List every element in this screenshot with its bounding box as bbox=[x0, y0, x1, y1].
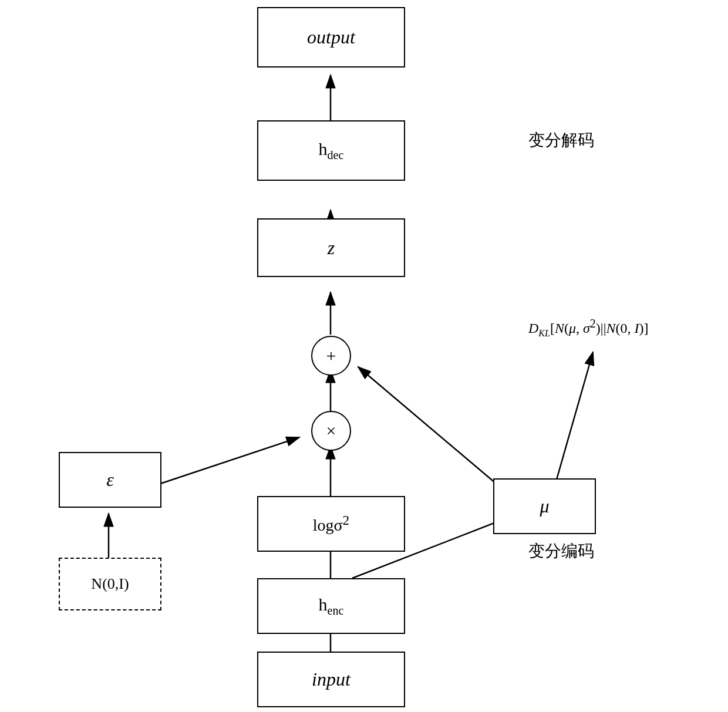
z-label: z bbox=[328, 237, 335, 259]
mu-label: μ bbox=[540, 495, 549, 517]
log-sigma-label: logσ2 bbox=[313, 512, 350, 535]
input-label: input bbox=[312, 669, 350, 690]
mu-node: μ bbox=[493, 478, 596, 534]
svg-line-12 bbox=[552, 352, 593, 496]
n0i-node: N(0,I) bbox=[59, 558, 161, 610]
variational-decoder-label: 变分解码 bbox=[528, 129, 594, 151]
output-node: output bbox=[257, 7, 405, 68]
h-dec-label: hdec bbox=[319, 139, 344, 162]
epsilon-node: ε bbox=[59, 452, 161, 508]
log-sigma-node: logσ2 bbox=[257, 496, 405, 552]
times-label: × bbox=[326, 421, 336, 441]
times-node: × bbox=[311, 411, 351, 451]
n0i-label: N(0,I) bbox=[91, 575, 129, 593]
variational-encoder-label: 变分编码 bbox=[528, 540, 594, 562]
plus-node: + bbox=[311, 336, 351, 376]
vae-diagram: output hdec z + × ε N(0,I) logσ2 henc in… bbox=[0, 0, 728, 712]
kl-divergence-label: DKL[N(μ, σ2)||N(0, I)] bbox=[528, 317, 648, 339]
z-node: z bbox=[257, 218, 405, 277]
epsilon-label: ε bbox=[106, 469, 114, 491]
h-enc-label: henc bbox=[319, 595, 344, 617]
input-node: input bbox=[257, 652, 405, 707]
h-dec-node: hdec bbox=[257, 120, 405, 181]
plus-label: + bbox=[326, 346, 336, 366]
svg-line-8 bbox=[358, 367, 511, 496]
svg-line-5 bbox=[150, 437, 299, 487]
h-enc-node: henc bbox=[257, 578, 405, 634]
output-label: output bbox=[307, 26, 355, 48]
